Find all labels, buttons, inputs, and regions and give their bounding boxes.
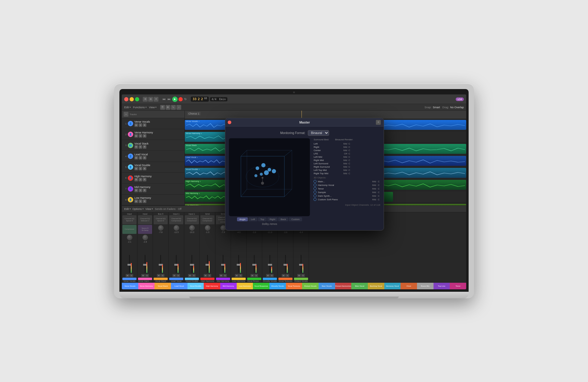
fader-track[interactable]: [269, 255, 270, 273]
fader-track[interactable]: [160, 255, 161, 273]
channel-dial[interactable]: C: [348, 162, 351, 165]
solo-btn[interactable]: S: [161, 274, 164, 277]
track-tab[interactable]: Mid Harmony: [220, 283, 237, 289]
channel-knob[interactable]: [127, 235, 132, 240]
track-tab[interactable]: Vocal Textures: [286, 283, 302, 289]
fader-track[interactable]: [254, 255, 255, 273]
solo-btn[interactable]: S: [139, 145, 142, 149]
track-row[interactable]: 6 👤 High Harmony M S R: [122, 173, 184, 184]
solo-btn[interactable]: S: [139, 123, 142, 127]
obj-dial[interactable]: C: [378, 180, 380, 183]
record-arm-btn[interactable]: R: [143, 123, 146, 127]
track-row[interactable]: 7 👤 Mid Harmony M S R: [122, 184, 184, 194]
mute-btn[interactable]: M: [297, 274, 301, 277]
fast-forward-button[interactable]: ⏭: [167, 97, 171, 101]
settings-icon[interactable]: ⚙: [143, 97, 148, 102]
solo-btn[interactable]: S: [223, 274, 227, 277]
mute-btn[interactable]: M: [134, 178, 138, 181]
list-icon[interactable]: ☰: [160, 105, 165, 110]
rewind-button[interactable]: ⏮: [162, 97, 166, 101]
solo-btn[interactable]: S: [254, 274, 258, 277]
grid-icon[interactable]: ⊞: [148, 97, 153, 102]
fader-handle[interactable]: [268, 264, 272, 266]
channel-dial[interactable]: C: [348, 149, 351, 152]
channel-knob[interactable]: [189, 225, 195, 231]
x-icon[interactable]: ✕: [154, 97, 158, 102]
play-button[interactable]: ▶: [172, 97, 178, 102]
track-tab[interactable]: Verse Vocals: [122, 283, 138, 289]
channel-knob[interactable]: [142, 235, 148, 240]
tab-angle[interactable]: Angle: [237, 217, 248, 221]
solo-btn[interactable]: S: [176, 274, 180, 277]
channel-knob[interactable]: [205, 225, 210, 231]
edit-mixer-menu[interactable]: Edit ▾: [124, 207, 131, 210]
mute-btn[interactable]: M: [141, 274, 145, 277]
channel-dial[interactable]: C: [348, 156, 351, 158]
track-tab[interactable]: Distant Harmonies: [335, 283, 352, 289]
fader-track[interactable]: [176, 255, 177, 273]
mute-btn[interactable]: M: [134, 189, 138, 192]
track-row[interactable]: 4 👤 Lead Vocal M S R: [122, 151, 184, 162]
fader-track[interactable]: [191, 255, 192, 273]
monitoring-select[interactable]: Binaural: [308, 130, 329, 136]
channel-fx-slot[interactable]: Channel EQCompressor: [200, 215, 214, 224]
track-row[interactable]: 5 👤 Vocal Double M S R: [122, 162, 184, 173]
edit-menu[interactable]: Edit ▾: [124, 106, 131, 109]
panel-close-button[interactable]: [228, 121, 231, 124]
channel-dial[interactable]: C: [348, 166, 351, 168]
tab-top[interactable]: Top: [258, 217, 267, 221]
piano-icon[interactable]: ♪: [176, 105, 181, 110]
solo-btn[interactable]: S: [145, 274, 149, 277]
mute-btn[interactable]: M: [134, 134, 138, 138]
solo-btn[interactable]: S: [130, 274, 133, 277]
mute-btn[interactable]: M: [266, 274, 270, 277]
fader-track[interactable]: [223, 255, 224, 273]
solo-btn[interactable]: S: [208, 274, 211, 277]
record-button[interactable]: [178, 97, 183, 101]
track-tab[interactable]: Main Vocal: [351, 283, 368, 289]
solo-btn[interactable]: S: [139, 134, 142, 138]
record-arm-btn[interactable]: R: [143, 199, 146, 203]
solo-btn[interactable]: S: [301, 274, 305, 277]
mute-btn[interactable]: M: [172, 274, 176, 277]
channel-fx-slot[interactable]: Console EQSpace D: [122, 215, 136, 224]
minimize-button[interactable]: [130, 97, 134, 101]
track-tab[interactable]: Tenor: [450, 283, 466, 289]
fader-track[interactable]: [285, 255, 286, 273]
channel-dial[interactable]: C: [348, 146, 351, 148]
solo-btn[interactable]: S: [270, 274, 274, 277]
channel-fx-slot[interactable]: Space DSt-Delay: [138, 225, 152, 234]
channel-dial[interactable]: C: [348, 142, 351, 145]
track-tab[interactable]: Distant Vocals: [302, 283, 319, 289]
track-tab[interactable]: Vocal Response: [253, 283, 269, 289]
track-tab[interactable]: Vocal Double: [188, 283, 204, 289]
mute-btn[interactable]: M: [282, 274, 285, 277]
tab-custom[interactable]: Custom: [289, 217, 302, 221]
mute-btn[interactable]: M: [235, 274, 238, 277]
view-mixer-menu[interactable]: View ▾: [146, 207, 153, 210]
solo-btn[interactable]: S: [139, 156, 142, 160]
mute-btn[interactable]: M: [219, 274, 223, 277]
mute-btn[interactable]: M: [157, 274, 160, 277]
tab-back[interactable]: Back: [278, 217, 288, 221]
track-tab[interactable]: Backing Vocal: [368, 283, 384, 289]
options-menu[interactable]: Options ▾: [133, 207, 144, 210]
channel-fx-slot[interactable]: Compressor: [122, 225, 136, 234]
record-arm-btn[interactable]: R: [143, 178, 146, 181]
grid-view-icon[interactable]: ⊞: [166, 105, 170, 110]
record-arm-btn[interactable]: R: [143, 189, 146, 192]
track-row[interactable]: 2 👤 Verse Harmony M S R: [122, 129, 184, 140]
track-tab[interactable]: Harmony Vocal: [384, 283, 401, 289]
fader-track[interactable]: [207, 255, 208, 273]
track-tab[interactable]: Choir: [400, 283, 417, 289]
waveform-icon[interactable]: ∿: [171, 105, 176, 110]
solo-btn[interactable]: S: [239, 274, 242, 277]
fader-track[interactable]: [129, 255, 130, 273]
record-arm-btn[interactable]: R: [143, 167, 146, 170]
mute-btn[interactable]: M: [204, 274, 207, 277]
solo-btn[interactable]: S: [192, 274, 196, 277]
track-tab[interactable]: Room Mic: [417, 283, 434, 289]
functions-menu[interactable]: Functions ▾: [133, 106, 147, 109]
tab-right[interactable]: Right: [267, 217, 278, 221]
channel-fx-slot[interactable]: Channel EQDeEsser 2: [138, 215, 152, 224]
